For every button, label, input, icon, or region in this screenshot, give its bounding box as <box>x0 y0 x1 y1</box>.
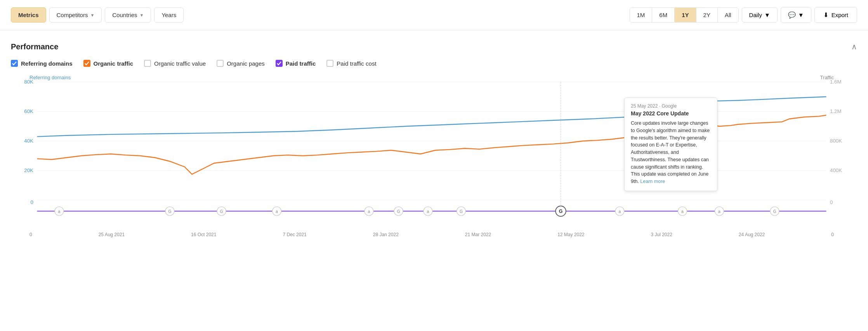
tooltip-date: 25 May 2022 · Google <box>631 103 711 109</box>
checkbox-organic-traffic-value[interactable] <box>144 60 151 67</box>
metric-label-paid-traffic: Paid traffic <box>286 60 316 67</box>
checkbox-paid-traffic-cost[interactable] <box>326 60 333 67</box>
chart-svg-wrap: 80K 60K 40K 20K 0 1.6M 1.2M 800K 400K 0 <box>30 82 834 230</box>
svg-text:0: 0 <box>830 199 833 205</box>
svg-text:a: a <box>58 209 61 214</box>
svg-text:20K: 20K <box>24 167 33 173</box>
tooltip-title: May 2022 Core Update <box>631 110 711 117</box>
x-label-mar2022: 21 Mar 2022 <box>465 232 491 237</box>
metric-organic-traffic[interactable]: Organic traffic <box>83 60 134 67</box>
svg-text:a: a <box>619 209 621 214</box>
checkbox-organic-traffic[interactable] <box>83 60 90 67</box>
years-label: Years <box>161 12 176 18</box>
x-axis: 0 25 Aug 2021 16 Oct 2021 7 Dec 2021 28 … <box>30 230 834 237</box>
countries-chevron-icon: ▼ <box>139 13 144 17</box>
export-label: Export <box>832 12 848 18</box>
x-label-aug2022: 24 Aug 2022 <box>739 232 765 237</box>
metric-label-paid-traffic-cost: Paid traffic cost <box>337 60 376 67</box>
metrics-button[interactable]: Metrics <box>11 7 46 23</box>
svg-text:a: a <box>427 209 429 214</box>
metric-paid-traffic[interactable]: Paid traffic <box>276 60 316 67</box>
comment-icon: 💬 <box>788 11 796 19</box>
checkbox-paid-traffic[interactable] <box>276 60 283 67</box>
time-6m-button[interactable]: 6M <box>652 8 675 22</box>
export-button[interactable]: ⬇ Export <box>814 7 857 23</box>
metric-label-organic-traffic: Organic traffic <box>94 60 134 67</box>
countries-button[interactable]: Countries ▼ <box>105 7 151 23</box>
svg-text:80K: 80K <box>24 79 33 85</box>
daily-button[interactable]: Daily ▼ <box>742 7 778 23</box>
metrics-label: Metrics <box>18 12 39 18</box>
svg-text:1.2M: 1.2M <box>830 108 842 114</box>
svg-text:800K: 800K <box>830 138 842 144</box>
chart-tooltip: 25 May 2022 · Google May 2022 Core Updat… <box>624 98 717 191</box>
metric-organic-traffic-value[interactable]: Organic traffic value <box>144 60 206 67</box>
axis-label-left: Referring domains <box>30 75 71 80</box>
comment-button[interactable]: 💬 ▼ <box>781 7 811 23</box>
metric-paid-traffic-cost[interactable]: Paid traffic cost <box>326 60 376 67</box>
nav-left: Metrics Competitors ▼ Countries ▼ Years <box>11 7 184 23</box>
main-page: Metrics Competitors ▼ Countries ▼ Years … <box>0 0 868 331</box>
svg-text:40K: 40K <box>24 138 33 144</box>
nav-right: 1M 6M 1Y 2Y All Daily ▼ 💬 ▼ ⬇ Export <box>630 7 858 23</box>
tooltip-body: Core updates involve large changes to Go… <box>631 120 711 185</box>
metric-label-referring-domains: Referring domains <box>21 60 73 67</box>
checkbox-referring-domains[interactable] <box>11 60 18 67</box>
time-2y-button[interactable]: 2Y <box>696 8 718 22</box>
svg-text:G: G <box>397 209 400 214</box>
time-1m-button[interactable]: 1M <box>630 8 653 22</box>
svg-text:G: G <box>773 209 776 214</box>
performance-title: Performance <box>11 42 58 51</box>
countries-label: Countries <box>112 12 137 18</box>
x-label-end: 0 <box>831 232 834 237</box>
x-label-may2022: 12 May 2022 <box>557 232 584 237</box>
svg-text:a: a <box>276 209 278 214</box>
svg-text:a: a <box>718 209 720 214</box>
x-label-0: 0 <box>30 232 32 237</box>
time-all-button[interactable]: All <box>718 8 738 22</box>
daily-chevron-icon: ▼ <box>764 12 770 18</box>
x-label-jan2022: 28 Jan 2022 <box>373 232 399 237</box>
collapse-button[interactable]: ∧ <box>851 42 857 51</box>
years-button[interactable]: Years <box>154 7 184 23</box>
svg-text:G: G <box>460 209 463 214</box>
svg-text:60K: 60K <box>24 108 33 114</box>
chart-wrapper: Referring domains Traffic 80K 60K 40K 20… <box>30 75 834 237</box>
metric-referring-domains[interactable]: Referring domains <box>11 60 73 67</box>
export-icon: ⬇ <box>823 11 828 19</box>
svg-text:a: a <box>681 209 684 214</box>
daily-label: Daily <box>749 12 762 18</box>
svg-text:0: 0 <box>31 199 33 205</box>
svg-text:G: G <box>559 209 563 214</box>
metric-organic-pages[interactable]: Organic pages <box>217 60 265 67</box>
competitors-button[interactable]: Competitors ▼ <box>49 7 102 23</box>
performance-header: Performance ∧ <box>11 42 857 51</box>
checkbox-organic-pages[interactable] <box>217 60 224 67</box>
metric-label-organic-pages: Organic pages <box>227 60 265 67</box>
performance-section: Performance ∧ Referring domains Organic … <box>0 30 868 241</box>
tooltip-body-text: Core updates involve large changes to Go… <box>631 120 710 184</box>
svg-text:G: G <box>220 209 223 214</box>
x-label-aug2021: 25 Aug 2021 <box>99 232 125 237</box>
x-label-jul2022: 3 Jul 2022 <box>651 232 672 237</box>
x-label-oct2021: 16 Oct 2021 <box>191 232 216 237</box>
svg-text:a: a <box>368 209 370 214</box>
x-label-dec2021: 7 Dec 2021 <box>283 232 306 237</box>
competitors-chevron-icon: ▼ <box>90 13 94 17</box>
competitors-label: Competitors <box>57 12 88 18</box>
svg-text:G: G <box>168 209 171 214</box>
metric-label-organic-traffic-value: Organic traffic value <box>154 60 206 67</box>
axis-label-row: Referring domains Traffic <box>30 75 834 80</box>
time-range-group: 1M 6M 1Y 2Y All <box>630 7 739 23</box>
comment-chevron-icon: ▼ <box>798 12 804 18</box>
metrics-row: Referring domains Organic traffic Organi… <box>11 60 857 67</box>
top-nav: Metrics Competitors ▼ Countries ▼ Years … <box>0 0 868 30</box>
svg-text:400K: 400K <box>830 167 842 173</box>
tooltip-learn-more-link[interactable]: Learn more <box>640 179 665 184</box>
svg-text:1.6M: 1.6M <box>830 79 842 85</box>
time-1y-button[interactable]: 1Y <box>675 8 696 22</box>
